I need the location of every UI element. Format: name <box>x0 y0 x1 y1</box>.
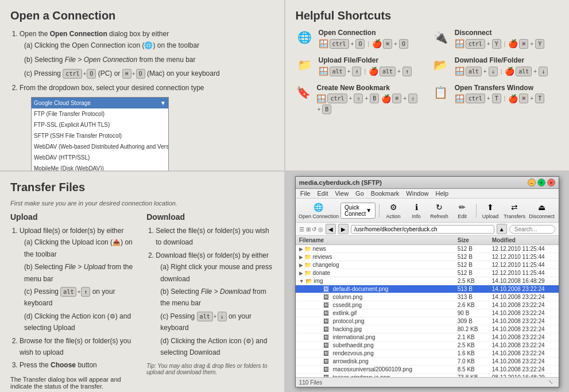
file-row-cssedit[interactable]: 🖼 cssedit.png 2.6 KB 14.10.2008 23:22:24 <box>296 301 559 309</box>
menu-bookmark[interactable]: Bookmark <box>371 190 400 197</box>
file-row-extlink[interactable]: 🖼 extlink.gif 90 B 14.10.2008 23:22:24 <box>296 309 559 317</box>
upload-col: Upload Upload file(s) or folder(s) by ei… <box>10 212 137 390</box>
shortcut-download-keys: 🪟 alt+↓ | 🍎 alt+↓ <box>455 67 548 76</box>
status-file-count: 110 Files <box>299 379 323 386</box>
maximize-button[interactable]: + <box>537 178 545 187</box>
cyberduck-window: media.cyberduck.ch (SFTP) – + × File Edi… <box>295 176 559 387</box>
file-row-subethaedit[interactable]: 🖼 subethaedit.png 2.5 KB 14.10.2008 23:2… <box>296 341 559 350</box>
file-row-international[interactable]: 🖼 international.png 2.1 KB 14.10.2008 23… <box>296 333 559 341</box>
shortcut-download: 📂 Download File/Folder 🪟 alt+↓ | 🍎 alt+↓ <box>432 56 559 76</box>
kbd-cmd-dc: ⌘ <box>519 39 528 49</box>
helpful-shortcuts-panel: Helpful Shortcuts 🌐 Open Connection 🪟 ct… <box>285 0 570 170</box>
close-button[interactable]: × <box>547 178 555 187</box>
shortcut-bookmark-text: Create New Bookmark 🪟 ctrl+⇧+B 🍎 ⌘+⇧+B <box>316 83 422 115</box>
file-row-donate[interactable]: ▶📁 donate 512 B 12.12.2010 11:25:44 <box>296 269 559 277</box>
location-input[interactable]: /usr/home/dkocher/cyberduck.ch <box>351 225 494 234</box>
dropdown-arrow: ▼ <box>160 98 166 108</box>
shortcut-upload-text: Upload File/Folder 🪟 alt+↑ | 🍎 alt+↑ <box>319 56 412 76</box>
menu-file[interactable]: File <box>300 190 311 197</box>
window-controls[interactable]: – + × <box>528 178 555 187</box>
upload-step-3: Press the Choose button <box>20 359 137 371</box>
menu-go[interactable]: Go <box>355 190 364 197</box>
dropdown-item-ftp[interactable]: FTP (File Transfer Protocol) <box>32 108 168 119</box>
transfer-intro: First make sure you are in your desired … <box>10 200 274 207</box>
file-row-img[interactable]: ▼📂 img 2.5 KB 14.10.2008 16:48:29 <box>296 277 559 285</box>
toolbar-open-connection[interactable]: 🌐 Open Connection <box>299 200 338 220</box>
file-row-macosxuniversal[interactable]: 🖼 macosxuniversal20060109.png 8.5 KB 14.… <box>296 366 559 374</box>
toolbar-separator-1 <box>379 204 380 218</box>
toolbar-separator-2 <box>476 204 477 218</box>
download-step-2b: (b) Selecting File > Download from the m… <box>160 286 273 309</box>
nav-back-button[interactable]: ◀ <box>326 224 336 234</box>
dropdown-item-sftp[interactable]: SFTP (SSH File Transfer Protocol) <box>32 130 168 141</box>
kbd-up-mac-ul: ↑ <box>402 67 412 76</box>
nav-forward-button[interactable]: ▶ <box>338 224 349 234</box>
quick-connect-input[interactable]: Quick Connect ▼ <box>340 203 376 219</box>
connection-dropdown[interactable]: Google Cloud Storage ▼ FTP (File Transfe… <box>31 97 169 170</box>
shortcut-transfers: 📋 Open Transfers Window 🪟 ctrl+T | 🍎 ⌘+T <box>432 83 559 115</box>
dropdown-header: Google Cloud Storage ▼ <box>32 98 168 108</box>
file-row-reviews[interactable]: ▶📁 reviews 512 B 12.12.2010 11:25:44 <box>296 253 559 261</box>
mac-icon-bm: 🍎 <box>381 94 391 103</box>
menu-window[interactable]: Window <box>406 190 428 197</box>
toolbar-disconnect-label: Disconnect <box>529 214 555 219</box>
mac-icon-oc: 🍎 <box>372 39 382 48</box>
file-row-column[interactable]: 🖼 column.png 313 B 14.10.2008 23:22:24 <box>296 293 559 301</box>
kbd-o-oc: O <box>355 39 365 49</box>
file-row-news[interactable]: ▶📁 news 512 B 12.12.2010 11:25:44 <box>296 245 559 253</box>
upload-step-1b: (b) Selecting File > Upload from the men… <box>24 261 137 285</box>
download-title: Download <box>146 212 273 222</box>
search-input[interactable] <box>509 225 555 234</box>
file-table-header: Filename Size Modified <box>296 236 559 245</box>
toolbar-upload[interactable]: ⬆ Upload <box>480 200 501 220</box>
toolbar-refresh-icon: ↻ <box>433 201 445 213</box>
file-row-hacking[interactable]: 🖼 hacking.jpg 80.2 KB 14.10.2008 23:22:2… <box>296 325 559 333</box>
dropdown-item-webdav[interactable]: WebDAV (Web-based Distributed Authoring … <box>32 141 168 152</box>
kbd-cmd: ⌘ <box>122 69 131 79</box>
minimize-button[interactable]: – <box>528 178 536 187</box>
location-bar: ☰ ⊞ ↺ ◎ ◀ ▶ /usr/home/dkocher/cyberduck.… <box>296 223 559 236</box>
download-icon: 📂 <box>432 56 450 74</box>
toolbar-disconnect-icon: ⏏ <box>536 201 548 213</box>
download-step-2d: (d) Clicking the Action icon (⚙) and sel… <box>160 335 273 359</box>
nav-up-button[interactable]: ▲ <box>497 224 507 234</box>
file-row-rendezvous[interactable]: 🖼 rendezvous.png 1.6 KB 14.10.2008 23:22… <box>296 350 559 358</box>
dropdown-item-webdavssl[interactable]: WebDAV (HTTP/SSL) <box>32 152 168 163</box>
menu-view[interactable]: View <box>335 190 349 197</box>
toolbar-transfers[interactable]: ⇄ Transfers <box>503 200 526 220</box>
win-icon-dc: 🪟 <box>455 39 465 48</box>
dropdown-item-mobileme[interactable]: MobileMe (Disk (WebDAV)) <box>32 163 168 170</box>
file-row-changelog[interactable]: ▶📁 changelog 512 B 12.12.2010 11:25:44 <box>296 261 559 269</box>
download-step-2: Download file(s) or folder(s) by either … <box>156 250 273 359</box>
shortcut-upload-keys: 🪟 alt+↑ | 🍎 alt+↑ <box>319 67 412 76</box>
quick-connect-area: Quick Connect ▼ <box>340 203 376 219</box>
shortcut-disconnect-text: Disconnect 🪟 ctrl+Y | 🍎 ⌘+Y <box>455 28 544 49</box>
mac-icon-ul: 🍎 <box>369 67 378 76</box>
shortcut-bookmark-keys: 🪟 ctrl+⇧+B 🍎 ⌘+⇧+B <box>316 94 422 114</box>
col-modified: Modified <box>492 237 555 243</box>
menu-help[interactable]: Help <box>435 190 448 197</box>
kbd-ctrl-dc: ctrl <box>466 39 485 49</box>
file-row-teaser-windows[interactable]: 🖼 teaser-windows.ja.png 73.8 KB 08.12.20… <box>296 374 559 377</box>
toolbar-info[interactable]: ℹ Info <box>406 200 427 220</box>
toolbar-refresh[interactable]: ↻ Refresh <box>429 200 450 220</box>
win-icon-ul: 🪟 <box>319 67 328 76</box>
download-step-1: Select the file(s) or folder(s) you wish… <box>156 225 273 249</box>
kbd-cmd-oc: ⌘ <box>383 39 392 49</box>
file-row-protocol[interactable]: 🖼 protocol.png 309 B 14.10.2008 23:22:24 <box>296 317 559 325</box>
file-row-default-document[interactable]: 🖼 default-document.png 513 B 14.10.2008 … <box>296 285 559 293</box>
toolbar-refresh-label: Refresh <box>430 214 448 219</box>
file-row-arrowdisk[interactable]: 🖼 arrowdisk.png 7.0 KB 14.10.2008 23:22:… <box>296 358 559 366</box>
toolbar-action[interactable]: ⚙ Action <box>383 200 404 220</box>
dropdown-item-ftpssl[interactable]: FTP-SSL (Explicit AUTH TLS) <box>32 119 168 130</box>
kbd-y-dc: Y <box>492 39 501 49</box>
toolbar-edit[interactable]: ✏ Edit <box>452 200 473 220</box>
step-1: Open the Open Connection dialog box by e… <box>20 28 274 80</box>
file-table: ▶📁 news 512 B 12.12.2010 11:25:44 ▶📁 rev… <box>296 245 559 377</box>
menu-edit[interactable]: Edit <box>317 190 328 197</box>
window-toolbar: 🌐 Open Connection Quick Connect ▼ ⚙ Acti… <box>296 199 559 223</box>
toolbar-disconnect[interactable]: ⏏ Disconnect <box>528 200 555 220</box>
shortcut-disconnect-keys: 🪟 ctrl+Y | 🍎 ⌘+Y <box>455 39 544 49</box>
kbd-y-mac-dc: Y <box>535 39 544 49</box>
kbd-alt-mac-ul: alt <box>380 67 396 76</box>
